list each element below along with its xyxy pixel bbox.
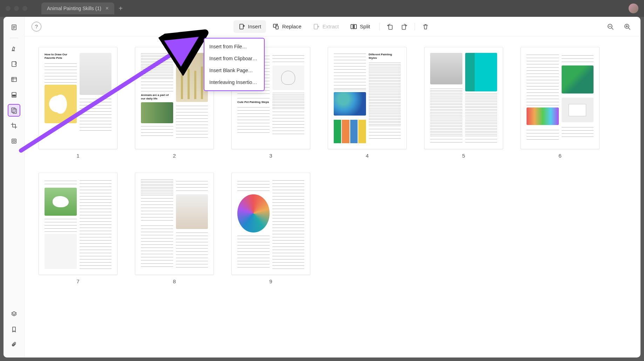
page-thumbnail[interactable]: Different Painting Styles4 [328,47,407,159]
page-thumbnail[interactable]: 9 [231,173,310,284]
zoom-out-button[interactable] [604,20,617,33]
replace-button[interactable]: Replace [267,20,306,33]
zoom-in-icon [624,23,631,30]
delete-button[interactable] [419,20,432,33]
svg-rect-7 [12,139,16,143]
page-thumbnail[interactable]: 5 [424,47,503,159]
insert-from-clipboard[interactable]: Insert from Clipboard… [204,53,264,64]
page-number: 3 [269,153,272,159]
tab-title: Animal Painting Skills (1) [47,6,101,11]
toolbar: ? Insert Replace Extract Split [25,17,640,36]
svg-rect-13 [351,25,353,29]
crop-icon [11,122,18,129]
document-tab[interactable]: Animal Painting Skills (1) × [41,2,114,14]
sidebar-edit-text[interactable] [8,58,20,70]
close-tab-icon[interactable]: × [106,5,109,12]
page-thumbnail[interactable]: Animals are a part of our daily life2 [135,47,214,159]
page-thumbnail[interactable]: 6 [521,47,599,159]
sidebar-separator [10,38,18,38]
page-thumbnail[interactable]: 7 [39,173,117,284]
page-heading: Animals are a part of our daily life [141,93,173,100]
bookmark-icon [11,326,18,333]
watermark-icon [11,138,18,145]
page-number: 2 [173,153,176,159]
page-view-icon [11,24,18,31]
page-heading: Cute Pet Painting Steps [237,100,270,104]
sidebar-bookmarks[interactable] [8,323,20,336]
rotate-right-button[interactable] [398,20,411,33]
insert-button[interactable]: Insert [233,20,266,33]
page-thumb-content [231,173,310,275]
page-thumbnail[interactable]: How to Draw Our Favorite Pets1 [39,47,117,159]
page-number: 4 [366,153,368,159]
page-thumbnail[interactable]: 8 [135,173,214,284]
sidebar [4,17,25,357]
redact-icon [11,91,18,98]
user-avatar[interactable] [629,4,638,13]
page-thumb-content [424,47,503,149]
page-number: 8 [173,278,176,284]
rotate-left-button[interactable] [384,20,396,33]
toolbar-center: Insert Replace Extract Split [233,20,432,33]
page-thumb-content [135,173,214,275]
sidebar-crop[interactable] [8,119,20,132]
sidebar-attachments[interactable] [8,339,20,351]
page-heading: How to Draw Our Favorite Pets [45,53,77,60]
svg-rect-15 [389,25,392,29]
window-controls [6,6,27,11]
toolbar-separator [379,23,380,30]
app-body: ? Insert Replace Extract Split [4,17,640,357]
insert-dropdown: Insert from File… Insert from Clipboard…… [204,38,265,91]
help-button[interactable]: ? [32,22,41,32]
split-button[interactable]: Split [345,20,375,33]
insert-from-file[interactable]: Insert from File… [204,41,264,53]
sidebar-redact[interactable] [8,89,20,101]
sidebar-page-edit[interactable] [8,104,20,117]
zoom-out-icon [607,23,614,30]
toolbar-separator [415,23,415,30]
minimize-window[interactable] [14,6,19,11]
svg-rect-4 [13,95,15,96]
maximize-window[interactable] [22,6,27,11]
svg-point-8 [13,140,15,142]
svg-rect-5 [12,108,15,112]
rotate-right-icon [401,23,408,30]
svg-rect-16 [402,25,406,29]
sidebar-watermark[interactable] [8,135,20,147]
trash-icon [422,23,429,30]
sidebar-layers[interactable] [8,308,20,320]
page-thumb-content: Different Painting Styles [328,47,407,149]
zoom-in-button[interactable] [621,20,633,33]
extract-label: Extract [323,23,339,29]
svg-rect-9 [239,24,243,29]
page-thumb-content [521,47,599,149]
sidebar-view-mode[interactable] [8,21,20,34]
page-thumb-content [39,173,117,275]
interleaving-insertion[interactable]: Interleaving Insertion… [204,76,264,88]
svg-rect-6 [13,109,16,113]
insert-icon [238,23,245,30]
page-thumb-content: Animals are a part of our daily life [135,47,214,149]
toolbar-right [604,20,633,33]
svg-rect-12 [314,24,318,29]
svg-rect-2 [12,77,16,82]
page-heading: Different Painting Styles [369,53,401,60]
extract-button[interactable]: Extract [308,20,344,33]
svg-rect-11 [276,26,278,29]
page-number: 1 [76,153,79,159]
svg-rect-14 [354,25,357,29]
insert-label: Insert [248,23,261,29]
new-tab-button[interactable]: + [118,5,123,13]
page-thumbnails-area: How to Draw Our Favorite Pets1Animals ar… [25,36,640,357]
insert-blank-page[interactable]: Insert Blank Page… [204,64,264,76]
split-icon [350,23,357,30]
split-label: Split [360,23,370,29]
layers-icon [11,311,18,318]
page-number: 9 [269,278,272,284]
close-window[interactable] [6,6,11,11]
sidebar-forms[interactable] [8,73,20,86]
sidebar-annotate[interactable] [8,42,20,55]
form-icon [11,76,18,83]
page-number: 6 [558,153,561,159]
main-area: ? Insert Replace Extract Split [25,17,640,357]
